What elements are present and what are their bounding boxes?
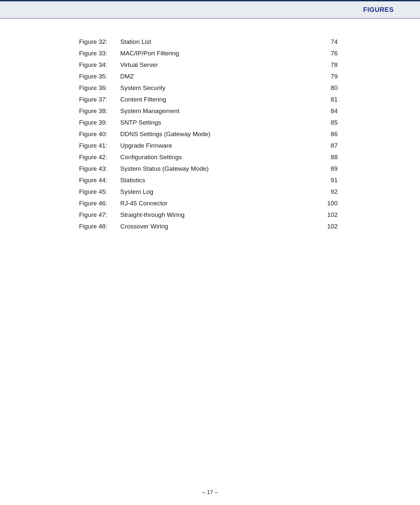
figure-page: 92 bbox=[318, 188, 338, 195]
figure-label: Figure 42: bbox=[79, 154, 120, 161]
figure-title: SNTP Settings bbox=[120, 119, 318, 126]
figure-page: 84 bbox=[318, 107, 338, 115]
figure-entry[interactable]: Figure 44:Statistics91 bbox=[79, 177, 338, 184]
figure-entry[interactable]: Figure 48:Crossover Wiring102 bbox=[79, 223, 338, 230]
figure-label: Figure 37: bbox=[79, 96, 120, 103]
figure-title: System Security bbox=[120, 84, 318, 92]
figure-page: 100 bbox=[318, 200, 338, 207]
figure-page: 88 bbox=[318, 154, 338, 161]
figure-title: Station List bbox=[120, 38, 318, 45]
figure-entry[interactable]: Figure 34:Virtual Server78 bbox=[79, 61, 338, 69]
figure-title: System Log bbox=[120, 188, 318, 195]
figure-entry[interactable]: Figure 38:System Management84 bbox=[79, 107, 338, 115]
figure-label: Figure 33: bbox=[79, 50, 120, 57]
figure-entry[interactable]: Figure 42:Configuration Settings88 bbox=[79, 154, 338, 161]
figure-page: 102 bbox=[318, 211, 338, 219]
header-title: FIGURES bbox=[363, 6, 394, 14]
figure-entry[interactable]: Figure 45:System Log92 bbox=[79, 188, 338, 195]
figure-page: 91 bbox=[318, 177, 338, 184]
figure-page: 102 bbox=[318, 223, 338, 230]
figure-entry[interactable]: Figure 35:DMZ79 bbox=[79, 73, 338, 80]
figure-page: 85 bbox=[318, 119, 338, 126]
figure-title: Straight-through Wiring bbox=[120, 211, 318, 219]
figure-title: Configuration Settings bbox=[120, 154, 318, 161]
figure-label: Figure 43: bbox=[79, 165, 120, 172]
figure-label: Figure 40: bbox=[79, 131, 120, 138]
figure-title: MAC/IP/Port Filtering bbox=[120, 50, 318, 57]
figure-title: System Management bbox=[120, 107, 318, 115]
figure-page: 76 bbox=[318, 50, 338, 57]
figure-title: Upgrade Firmware bbox=[120, 142, 318, 149]
figure-entry[interactable]: Figure 32:Station List74 bbox=[79, 38, 338, 45]
page-footer: – 17 – bbox=[0, 489, 420, 496]
figure-page: 81 bbox=[318, 96, 338, 103]
figure-title: Crossover Wiring bbox=[120, 223, 318, 230]
figure-title: RJ-45 Connector bbox=[120, 200, 318, 207]
figure-title: Content Filtering bbox=[120, 96, 318, 103]
figure-label: Figure 48: bbox=[79, 223, 120, 230]
figure-title: DDNS Settings (Gateway Mode) bbox=[120, 131, 318, 138]
figure-entry[interactable]: Figure 41:Upgrade Firmware87 bbox=[79, 142, 338, 149]
figure-title: Statistics bbox=[120, 177, 318, 184]
figure-page: 79 bbox=[318, 73, 338, 80]
figure-page: 87 bbox=[318, 142, 338, 149]
figure-page: 86 bbox=[318, 131, 338, 138]
figure-label: Figure 45: bbox=[79, 188, 120, 195]
figure-page: 78 bbox=[318, 61, 338, 69]
figure-entry[interactable]: Figure 46:RJ-45 Connector100 bbox=[79, 200, 338, 207]
page-header: FIGURES bbox=[0, 0, 420, 18]
figure-entry[interactable]: Figure 39:SNTP Settings85 bbox=[79, 119, 338, 126]
figure-page: 80 bbox=[318, 84, 338, 92]
figure-label: Figure 34: bbox=[79, 61, 120, 69]
figure-label: Figure 32: bbox=[79, 38, 120, 45]
figure-label: Figure 39: bbox=[79, 119, 120, 126]
figure-entry[interactable]: Figure 36:System Security80 bbox=[79, 84, 338, 92]
figure-entry[interactable]: Figure 37:Content Filtering81 bbox=[79, 96, 338, 103]
figure-label: Figure 41: bbox=[79, 142, 120, 149]
figure-page: 89 bbox=[318, 165, 338, 172]
figure-label: Figure 36: bbox=[79, 84, 120, 92]
figure-label: Figure 35: bbox=[79, 73, 120, 80]
figure-label: Figure 47: bbox=[79, 211, 120, 219]
figure-title: System Status (Gateway Mode) bbox=[120, 165, 318, 172]
figures-list-container: Figure 32:Station List74Figure 33:MAC/IP… bbox=[0, 18, 420, 230]
page-number: – 17 – bbox=[202, 489, 218, 495]
figure-entry[interactable]: Figure 47:Straight-through Wiring102 bbox=[79, 211, 338, 219]
figure-title: DMZ bbox=[120, 73, 318, 80]
figure-label: Figure 46: bbox=[79, 200, 120, 207]
figure-title: Virtual Server bbox=[120, 61, 318, 69]
figure-entry[interactable]: Figure 33:MAC/IP/Port Filtering76 bbox=[79, 50, 338, 57]
figure-entry[interactable]: Figure 40:DDNS Settings (Gateway Mode)86 bbox=[79, 131, 338, 138]
figure-page: 74 bbox=[318, 38, 338, 45]
figure-label: Figure 44: bbox=[79, 177, 120, 184]
figure-entry[interactable]: Figure 43:System Status (Gateway Mode)89 bbox=[79, 165, 338, 172]
figure-label: Figure 38: bbox=[79, 107, 120, 115]
